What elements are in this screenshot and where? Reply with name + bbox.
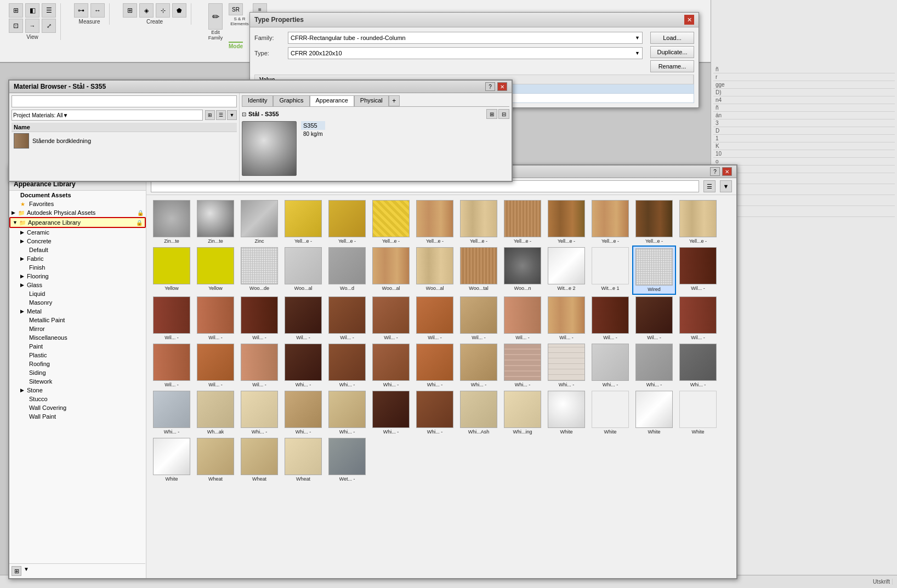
mat-tile[interactable]: Wil... - — [150, 295, 194, 342]
tab-graphics[interactable]: Graphics — [273, 95, 309, 106]
mat-tile[interactable]: Wil... - — [457, 295, 501, 342]
mat-tile[interactable]: Whi... - — [413, 342, 457, 389]
mat-tile[interactable]: Whi... - — [325, 389, 369, 436]
mat-tile[interactable]: Whi... - — [237, 389, 281, 436]
mat-tile[interactable]: Whi... - — [325, 342, 369, 389]
mat-tile[interactable]: Whi... - — [369, 389, 413, 436]
tree-item-plastic[interactable]: Plastic — [9, 351, 146, 359]
material-filter-select[interactable]: Project Materials: All ▼ — [12, 110, 203, 121]
material-list-item[interactable]: Stående bordkledning — [12, 132, 237, 150]
mat-tile[interactable]: Yell...e - — [281, 198, 325, 246]
material-view-grid-btn[interactable]: ⊞ — [205, 110, 215, 120]
mat-tile[interactable]: Wil... - — [369, 295, 413, 342]
mat-tile[interactable]: Yell...e - — [676, 198, 720, 246]
mat-tile[interactable]: Whi... - — [588, 342, 632, 389]
tree-item-stone[interactable]: ▶ Stone — [9, 386, 146, 395]
view-icon5[interactable]: → — [25, 19, 39, 33]
tree-item-roofing[interactable]: Roofing — [9, 359, 146, 368]
mat-tile[interactable]: Wil... - — [150, 342, 194, 389]
type-select[interactable]: CFRR 200x120x10 ▼ — [288, 47, 643, 59]
tree-item-sitework[interactable]: Sitework — [9, 377, 146, 386]
edit-family-icon[interactable]: ✏ — [208, 3, 223, 30]
create-icon[interactable]: ⊞ — [123, 3, 137, 18]
material-paste-btn[interactable]: ⊟ — [498, 109, 509, 119]
mat-tile[interactable]: Wil... - — [632, 295, 676, 342]
view-icon4[interactable]: ⊡ — [9, 19, 23, 33]
mat-tile[interactable]: Wil... - — [676, 295, 720, 342]
tree-item-glass[interactable]: ▶ Glass — [9, 281, 146, 289]
mat-tile[interactable]: Wil... - — [501, 295, 544, 342]
measure-icon[interactable]: ⊶ — [74, 3, 88, 18]
create-icon3[interactable]: ⊹ — [156, 3, 170, 18]
mat-tile[interactable]: Woo...al — [369, 246, 413, 295]
tree-item-wall-paint[interactable]: Wall Paint — [9, 412, 146, 421]
mat-tile[interactable]: Yell...e - — [457, 198, 501, 246]
mat-tile[interactable]: Wil... - — [281, 295, 325, 342]
duplicate-button[interactable]: Duplicate... — [650, 46, 694, 58]
mat-tile[interactable]: Yell...e - — [544, 198, 588, 246]
mat-tile[interactable]: Wired — [632, 246, 676, 295]
material-browser-close-btn[interactable]: ✕ — [497, 82, 507, 91]
view-icon[interactable]: ⊞ — [9, 3, 23, 18]
mat-tile[interactable]: Yellow — [150, 246, 194, 295]
tree-item-favorites[interactable]: ★ Favorites — [9, 199, 146, 208]
mat-tile[interactable]: Woo...tal — [457, 246, 501, 295]
mat-tile[interactable]: Wil... - — [325, 295, 369, 342]
mat-tile[interactable]: White — [544, 389, 588, 436]
tree-item-finish[interactable]: Finish — [9, 263, 146, 272]
asset-list-menu-btn[interactable]: ▼ — [720, 180, 732, 192]
mat-tile[interactable]: Wo...d — [325, 246, 369, 295]
tree-item-wall-covering[interactable]: Wall Covering — [9, 403, 146, 412]
tree-item-paint[interactable]: Paint — [9, 342, 146, 351]
tree-item-appearance-library[interactable]: ▼ 📁 Appearance Library 🔒 — [9, 217, 146, 228]
asset-browser-help-btn[interactable]: ? — [710, 167, 720, 176]
asset-browser-close-btn[interactable]: ✕ — [722, 167, 732, 176]
mat-tile[interactable]: Wheat — [237, 436, 281, 483]
mat-tile[interactable]: Wit...e 2 — [544, 246, 588, 295]
type-properties-close-btn[interactable]: ✕ — [684, 15, 694, 25]
tree-item-document-assets[interactable]: Document Assets — [9, 191, 146, 199]
mat-tile[interactable]: Wil... - — [588, 295, 632, 342]
mat-tile[interactable]: Yell...e - — [325, 198, 369, 246]
mat-tile[interactable]: Yell...e - — [501, 198, 544, 246]
mat-tile[interactable]: Whi... - — [150, 389, 194, 436]
material-browser-help-btn[interactable]: ? — [485, 82, 495, 91]
asset-view-btn[interactable]: ☰ — [703, 180, 716, 192]
material-browser-search[interactable] — [12, 95, 237, 107]
mat-tile[interactable]: Wil... - — [676, 246, 720, 295]
view-icon6[interactable]: ⤢ — [42, 19, 56, 33]
mat-tile[interactable]: Zin...te — [194, 198, 237, 246]
mat-tile[interactable]: Yell...e - — [632, 198, 676, 246]
material-view-list-btn[interactable]: ☰ — [216, 110, 226, 120]
create-icon2[interactable]: ◈ — [139, 3, 154, 18]
tab-identity[interactable]: Identity — [242, 95, 273, 106]
mat-tile[interactable]: Yellow — [194, 246, 237, 295]
mat-tile[interactable]: Whi...ing — [501, 389, 544, 436]
mat-tile[interactable]: Zin...te — [150, 198, 194, 246]
mat-tile[interactable]: Woo...de — [237, 246, 281, 295]
mat-tile[interactable]: Wil... - — [194, 342, 237, 389]
mat-tile[interactable]: Wil... - — [413, 295, 457, 342]
mat-tile[interactable]: Whi... - — [281, 389, 325, 436]
mat-tile[interactable]: Whi... - — [369, 342, 413, 389]
load-button[interactable]: Load... — [650, 32, 694, 44]
sidebar-add-btn[interactable]: ⊞ — [12, 566, 21, 576]
tree-item-liquid[interactable]: Liquid — [9, 289, 146, 298]
mat-tile[interactable]: Yell...e - — [588, 198, 632, 246]
mat-tile[interactable]: White — [632, 389, 676, 436]
tree-item-mirror[interactable]: Mirror — [9, 324, 146, 333]
tab-add-btn[interactable]: + — [389, 95, 400, 106]
mat-tile[interactable]: Woo...n — [501, 246, 544, 295]
tree-item-miscellaneous[interactable]: Miscellaneous — [9, 333, 146, 342]
s-r-icon[interactable]: SR — [229, 3, 243, 15]
mat-tile[interactable]: Wet... - — [325, 436, 369, 483]
material-copy-btn[interactable]: ⊞ — [486, 109, 497, 119]
mat-tile[interactable]: Wheat — [281, 436, 325, 483]
sidebar-menu-arrow[interactable]: ▼ — [24, 566, 29, 576]
mat-tile[interactable]: Woo...al — [413, 246, 457, 295]
rename-button[interactable]: Rename... — [650, 60, 694, 72]
mat-tile[interactable]: Wheat — [194, 436, 237, 483]
mat-tile[interactable]: Wil... - — [237, 295, 281, 342]
mat-tile[interactable]: Whi... - — [457, 342, 501, 389]
family-select[interactable]: CFRR-Rectangular tube - rounded-Column ▼ — [288, 32, 643, 44]
